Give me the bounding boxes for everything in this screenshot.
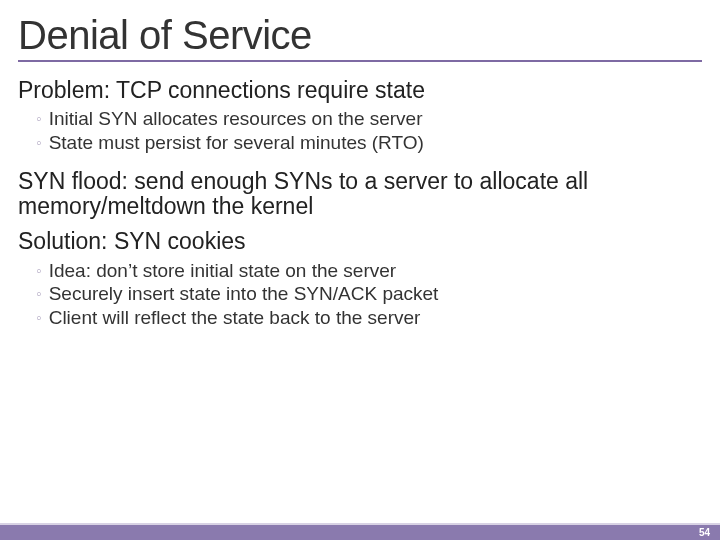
sub-item: ◦ State must persist for several minutes… [36,131,702,155]
slide-title: Denial of Service [18,12,702,58]
sub-list-1: ◦ Initial SYN allocates resources on the… [36,107,702,155]
sub-item: ◦ Client will reflect the state back to … [36,306,702,330]
sub-item-text: Client will reflect the state back to th… [49,306,702,330]
bullet-icon: ◦ [36,259,42,282]
title-underline [18,60,702,62]
bullet-icon: ◦ [36,131,42,154]
body-point-2: SYN flood: send enough SYNs to a server … [18,169,702,220]
body-point-3: Solution: SYN cookies [18,229,702,254]
footer-bar: 54 [0,525,720,540]
bullet-icon: ◦ [36,282,42,305]
bullet-icon: ◦ [36,306,42,329]
bullet-icon: ◦ [36,107,42,130]
sub-list-3: ◦ Idea: don’t store initial state on the… [36,259,702,330]
sub-item-text: State must persist for several minutes (… [49,131,702,155]
sub-item: ◦ Securely insert state into the SYN/ACK… [36,282,702,306]
sub-item-text: Idea: don’t store initial state on the s… [49,259,702,283]
slide: Denial of Service Problem: TCP connectio… [0,0,720,540]
sub-item: ◦ Idea: don’t store initial state on the… [36,259,702,283]
page-number: 54 [699,527,710,538]
sub-item-text: Securely insert state into the SYN/ACK p… [49,282,702,306]
body-point-1: Problem: TCP connections require state [18,78,702,103]
sub-item: ◦ Initial SYN allocates resources on the… [36,107,702,131]
sub-item-text: Initial SYN allocates resources on the s… [49,107,702,131]
